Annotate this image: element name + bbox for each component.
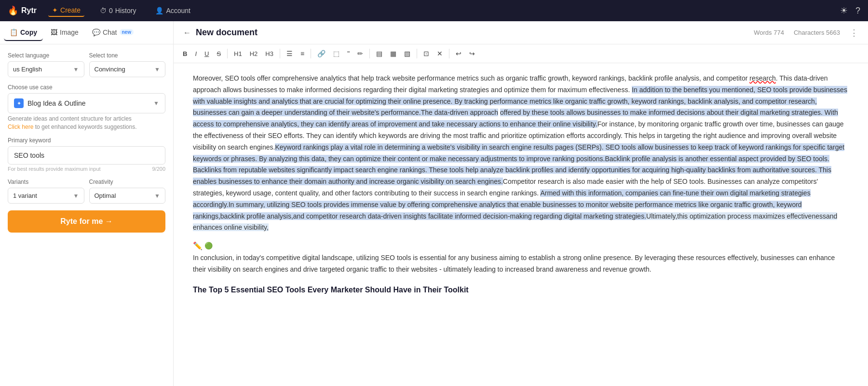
language-select[interactable]: us English ▼	[8, 61, 84, 77]
bold-button[interactable]: B	[179, 48, 190, 60]
keyword-hint: For best results provide maximum input 9…	[8, 166, 165, 172]
history-icon: ⏱	[100, 7, 107, 14]
primary-keyword-label: Primary keyword	[8, 137, 165, 144]
sidebar-tabs: 📋 Copy 🖼 Image 💬 Chat new	[0, 21, 173, 44]
language-arrow-icon: ▼	[73, 66, 79, 73]
nav-history-badge: 0	[109, 7, 113, 14]
tone-label: Select tone	[89, 52, 166, 59]
logo-icon: 🔥	[8, 5, 18, 16]
nav-create[interactable]: ✦ Create	[48, 4, 84, 17]
h1-button[interactable]: H1	[231, 48, 245, 60]
redo-button[interactable]: ↪	[466, 47, 478, 60]
ai-pen-icon: ✏️	[193, 239, 203, 252]
bullet-list-button[interactable]: ☰	[283, 47, 296, 60]
tone-arrow-icon: ▼	[154, 66, 160, 73]
variants-creativity-row: Variants 1 variant ▼ Creativity Optimal …	[8, 179, 165, 204]
nav-account-label: Account	[166, 7, 190, 14]
back-arrow-icon[interactable]: ←	[183, 28, 191, 37]
editor-header-right: Words 774 Characters 5663 ⋮	[754, 28, 858, 38]
image-icon: 🖼	[51, 28, 57, 36]
variants-arrow-icon: ▼	[73, 193, 79, 199]
use-case-hint: Generate ideas and content structure for…	[8, 115, 165, 122]
primary-keyword-input[interactable]	[8, 146, 165, 165]
language-value: us English	[13, 66, 42, 73]
tone-field: Select tone Convincing ▼	[89, 52, 166, 77]
editor-toolbar: B I U S H1 H2 H3 ☰ ≡ 🔗 ⬚ " ✏ ▤ ▦ ▧ ⊡ ✕ ↩…	[174, 44, 868, 63]
help-icon[interactable]: ?	[855, 6, 860, 16]
ordered-list-button[interactable]: ≡	[297, 47, 308, 60]
keyword-suggestion-hint: Click here to get enhanced keywords sugg…	[8, 124, 165, 130]
underline-button[interactable]: U	[201, 48, 212, 60]
chat-icon: 💬	[92, 28, 100, 36]
section-heading-1: The Top 5 Essential SEO Tools Every Mark…	[193, 283, 849, 296]
sidebar-body: Select language us English ▼ Select tone…	[0, 44, 173, 240]
main-layout: 📋 Copy 🖼 Image 💬 Chat new Select languag…	[0, 21, 868, 386]
top-navigation: 🔥 Rytr ✦ Create ⏱ 0 History 👤 Account ☀ …	[0, 0, 868, 21]
top-nav-right: ☀ ?	[840, 5, 860, 16]
nav-history[interactable]: ⏱ 0 History	[96, 5, 140, 16]
tab-image[interactable]: 🖼 Image	[45, 25, 84, 41]
creativity-select[interactable]: Optimal ▼	[89, 188, 166, 204]
align-right-button[interactable]: ▧	[401, 47, 414, 60]
copy-icon: 📋	[10, 28, 18, 36]
selected-text-8: backlink profile analysis,and competitor…	[220, 212, 646, 220]
selected-text-2: The data-driven approach	[421, 109, 498, 116]
variants-select[interactable]: 1 variant ▼	[8, 188, 84, 204]
toolbar-separator-5	[417, 49, 417, 58]
quote-button[interactable]: "	[344, 47, 353, 60]
ai-gem-icon: 🟢	[204, 240, 213, 252]
align-center-button[interactable]: ▦	[387, 47, 400, 60]
use-case-arrow-icon: ▼	[153, 100, 159, 107]
highlight-button[interactable]: ✏	[354, 47, 366, 60]
paragraph-2: ✏️ 🟢 In conclusion, in today's competiti…	[193, 239, 849, 276]
italic-button[interactable]: I	[191, 48, 200, 60]
account-icon: 👤	[155, 7, 163, 14]
logo-label: Rytr	[21, 6, 37, 15]
clear-format-button[interactable]: ✕	[434, 47, 446, 60]
tab-chat[interactable]: 💬 Chat new	[86, 25, 139, 41]
nav-account[interactable]: 👤 Account	[151, 5, 194, 16]
char-count: Characters 5663	[794, 29, 840, 36]
use-case-hint-text: Generate ideas and content structure for…	[8, 115, 132, 122]
editor-header-left: ← New document	[183, 28, 258, 38]
link-button[interactable]: 🔗	[314, 47, 329, 60]
primary-keyword-field: Primary keyword For best results provide…	[8, 137, 165, 172]
spell-check-word: research	[749, 74, 775, 82]
use-case-value: Blog Idea & Outline	[27, 99, 86, 107]
editor-area: ← New document Words 774 Characters 5663…	[174, 21, 868, 386]
tone-value: Convincing	[95, 66, 125, 73]
theme-toggle-icon[interactable]: ☀	[840, 5, 848, 16]
use-case-icon: ✦	[14, 98, 24, 108]
tab-copy[interactable]: 📋 Copy	[4, 25, 43, 41]
code-button[interactable]: ⊡	[420, 47, 433, 60]
undo-button[interactable]: ↩	[452, 47, 465, 60]
creativity-value: Optimal	[95, 192, 116, 199]
creativity-arrow-icon: ▼	[154, 193, 160, 199]
sidebar: 📋 Copy 🖼 Image 💬 Chat new Select languag…	[0, 21, 174, 386]
click-here-hint: to get enhanced keywords suggestions.	[33, 124, 136, 130]
ai-icons: ✏️ 🟢	[193, 239, 846, 252]
ryte-button[interactable]: Ryte for me →	[8, 210, 165, 233]
nav-create-label: Create	[60, 6, 81, 14]
more-options-icon[interactable]: ⋮	[850, 28, 858, 38]
click-here-link[interactable]: Click here	[8, 124, 33, 130]
tone-select[interactable]: Convincing ▼	[89, 61, 166, 77]
image-button[interactable]: ⬚	[330, 47, 343, 60]
strikethrough-button[interactable]: S	[213, 48, 224, 60]
tab-copy-label: Copy	[20, 28, 37, 36]
use-case-label: Choose use case	[8, 84, 165, 91]
variants-label: Variants	[8, 179, 84, 185]
toolbar-separator-6	[449, 49, 449, 58]
creativity-field: Creativity Optimal ▼	[89, 179, 166, 204]
toolbar-separator-3	[311, 49, 311, 58]
h3-button[interactable]: H3	[262, 48, 277, 60]
keyword-hint-text: For best results provide maximum input	[8, 166, 101, 172]
use-case-select[interactable]: ✦ Blog Idea & Outline ▼	[8, 93, 165, 113]
language-label: Select language	[8, 52, 84, 59]
align-left-button[interactable]: ▤	[373, 47, 386, 60]
h2-button[interactable]: H2	[246, 48, 261, 60]
variants-value: 1 variant	[13, 192, 37, 199]
toolbar-separator-2	[280, 49, 280, 58]
chat-badge: new	[120, 29, 134, 35]
editor-content[interactable]: Moreover, SEO tools offer comprehensive …	[174, 63, 868, 386]
